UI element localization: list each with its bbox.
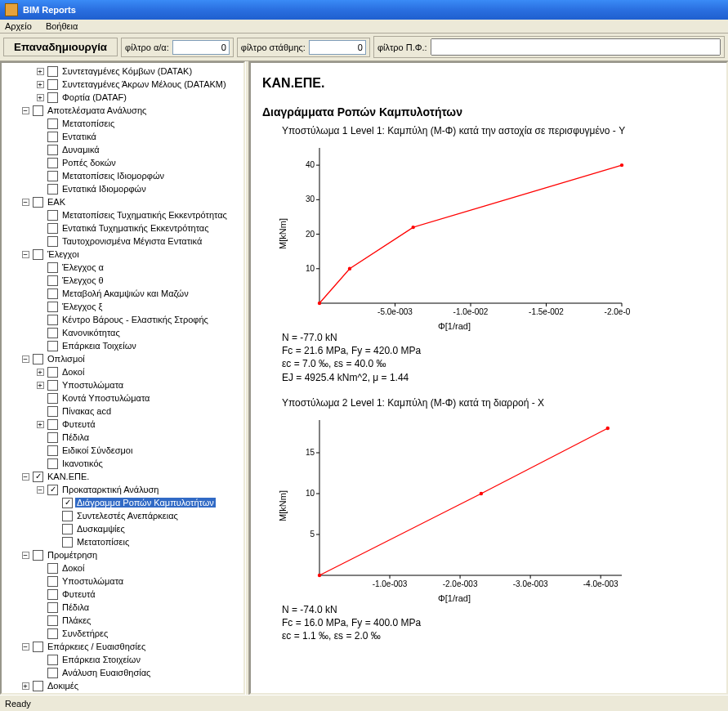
tree-item[interactable]: Ροπές δοκών [3, 156, 243, 169]
menu-help[interactable]: Βοήθεια [46, 21, 78, 31]
checkbox[interactable] [33, 550, 43, 561]
tree-item[interactable]: −ΚΑΝ.ΕΠΕ. [3, 470, 243, 483]
tree-item-label[interactable]: Πέδιλα [60, 602, 91, 612]
checkbox[interactable] [33, 472, 43, 482]
checkbox[interactable] [47, 118, 58, 129]
tree-item-label[interactable]: Δυναμικά [60, 145, 101, 154]
expand-icon[interactable]: + [33, 91, 47, 104]
checkbox[interactable] [47, 328, 58, 338]
checkbox[interactable] [62, 537, 73, 548]
expand-icon[interactable]: + [33, 365, 47, 378]
tree-item-label[interactable]: Ανάλυση Ευαισθησίας [60, 668, 152, 677]
tree-item[interactable]: Μετατοπίσεις Ιδιομορφών [3, 169, 243, 182]
checkbox[interactable] [47, 485, 58, 495]
checkbox[interactable] [33, 642, 43, 652]
tree-item-label[interactable]: Εντατικά Τυχηματικής Εκκεντρότητας [60, 223, 211, 233]
tree-item-label[interactable]: Κέντρο Βάρους - Ελαστικής Στροφής [60, 315, 210, 324]
tree-item[interactable]: Έλεγχος α [3, 261, 243, 274]
tree-item-label[interactable]: Κανονικότητας [60, 328, 122, 338]
checkbox[interactable] [47, 432, 58, 443]
tree-item[interactable]: Δυναμικά [3, 143, 243, 156]
tree-item[interactable]: −Προκαταρκτική Ανάλυση [3, 483, 243, 496]
checkbox[interactable] [47, 655, 58, 665]
tree-item[interactable]: Έλεγχος θ [3, 274, 243, 287]
checkbox[interactable] [47, 393, 58, 404]
checkbox[interactable] [33, 249, 43, 260]
tree-item[interactable]: −Προμέτρηση [3, 548, 243, 561]
checkbox[interactable] [47, 602, 58, 613]
tree-item[interactable]: Εντατικά Ιδιομορφών [3, 182, 243, 195]
tree-item-label[interactable]: Δοκοί [60, 563, 86, 573]
tree-item[interactable]: Επάρκεια Στοιχείων [3, 653, 243, 666]
tree-item[interactable]: Εντατικά [3, 130, 243, 143]
menu-file[interactable]: Αρχείο [5, 21, 32, 31]
tree-item-label[interactable]: Οπλισμοί [46, 354, 87, 364]
checkbox[interactable] [47, 92, 58, 103]
tree-item-label[interactable]: Ικανοτικός [60, 458, 105, 468]
tree-item[interactable]: Δοκοί [3, 561, 243, 575]
tree-item-label[interactable]: Μετατοπίσεις Ιδιομορφών [60, 171, 166, 181]
checkbox[interactable] [47, 210, 58, 221]
checkbox[interactable] [47, 262, 58, 273]
tree-item[interactable]: +Συντεταγμένες Κόμβων (DATAK) [3, 65, 243, 78]
tree-item-label[interactable]: Έλεγχος α [60, 262, 105, 272]
checkbox[interactable] [47, 589, 58, 600]
tree-item-label[interactable]: Μεταβολή Ακαμψιών και Μαζών [60, 288, 190, 298]
tree-item-label[interactable]: Ειδικοί Σύνδεσμοι [60, 445, 134, 455]
tree-item[interactable]: −Αποτελέσματα Ανάλυσης [3, 104, 243, 117]
expand-icon[interactable]: + [18, 679, 33, 692]
tree-item[interactable]: Ταυτοχρονισμένα Μέγιστα Εντατικά [3, 235, 243, 248]
checkbox[interactable] [33, 105, 43, 116]
checkbox[interactable] [47, 171, 58, 181]
tree-item-label[interactable]: Φορτία (DATAF) [60, 92, 128, 102]
tree-item-label[interactable]: Επάρκεια Τοιχείων [60, 341, 138, 351]
report-panel[interactable]: ΚΑΝ.ΕΠΕ. Διαγράμματα Ροπών Καμπυλοτήτων … [249, 61, 728, 695]
checkbox[interactable] [47, 615, 58, 626]
tree-item-label[interactable]: Ταυτοχρονισμένα Μέγιστα Εντατικά [60, 236, 203, 246]
checkbox[interactable] [47, 288, 58, 299]
expand-icon[interactable]: + [33, 378, 47, 391]
tree-item[interactable]: −Επάρκειες / Ευαισθησίες [3, 640, 243, 653]
filter-level-input[interactable] [309, 40, 366, 55]
tree-item-label[interactable]: Μετατοπίσεις [75, 537, 131, 547]
checkbox[interactable] [47, 315, 58, 325]
tree-item-label[interactable]: Υποστυλώματα [60, 576, 125, 586]
tree-item-label[interactable]: Έλεγχοι [46, 249, 81, 259]
tree-item-label[interactable]: Διάγραμμα Ροπών Καμπυλοτήτων [75, 498, 216, 508]
tree-item[interactable]: Μετατοπίσεις Τυχηματικής Εκκεντρότητας [3, 208, 243, 221]
tree-item-label[interactable]: Έλεγχος θ [60, 275, 105, 285]
checkbox[interactable] [62, 524, 73, 534]
tree-item[interactable]: Επάρκεια Τοιχείων [3, 339, 243, 352]
checkbox[interactable] [47, 563, 58, 574]
tree-item-label[interactable]: Αποτελέσματα Ανάλυσης [46, 105, 148, 115]
tree-item-label[interactable]: Συντελεστές Ανεπάρκειας [75, 511, 180, 521]
tree-item[interactable]: Εντατικά Τυχηματικής Εκκεντρότητας [3, 221, 243, 235]
tree-item[interactable]: +Δοκιμές [3, 679, 243, 692]
collapse-icon[interactable]: − [18, 248, 33, 261]
checkbox[interactable] [47, 158, 58, 168]
checkbox[interactable] [47, 668, 58, 678]
tree-item[interactable]: Διάγραμμα Ροπών Καμπυλοτήτων [3, 496, 243, 509]
tree-item-label[interactable]: Φυτευτά [60, 419, 97, 429]
tree-item-label[interactable]: Κοντά Υποστυλώματα [60, 393, 151, 403]
collapse-icon[interactable]: − [18, 470, 33, 483]
checkbox[interactable] [33, 197, 43, 208]
tree-item[interactable]: Μεταβολή Ακαμψιών και Μαζών [3, 287, 243, 300]
tree-item[interactable]: +Φορτία (DATAF) [3, 91, 243, 104]
checkbox[interactable] [47, 132, 58, 142]
tree-item-label[interactable]: Επάρκειες / Ευαισθησίες [46, 642, 147, 651]
checkbox[interactable] [47, 145, 58, 155]
checkbox[interactable] [47, 302, 58, 312]
checkbox[interactable] [47, 341, 58, 351]
filter-pf-input[interactable] [431, 38, 721, 56]
checkbox[interactable] [47, 223, 58, 234]
collapse-icon[interactable]: − [18, 195, 33, 208]
checkbox[interactable] [47, 367, 58, 378]
tree-item[interactable]: Ειδικοί Σύνδεσμοι [3, 444, 243, 457]
tree-item-label[interactable]: Δοκοί [60, 367, 86, 377]
tree-item[interactable]: +Φυτευτά [3, 418, 243, 431]
tree-item-label[interactable]: Μετατοπίσεις Τυχηματικής Εκκεντρότητας [60, 210, 229, 220]
tree-item[interactable]: Μετατοπίσεις [3, 117, 243, 130]
checkbox[interactable] [47, 380, 58, 391]
checkbox[interactable] [33, 681, 43, 691]
